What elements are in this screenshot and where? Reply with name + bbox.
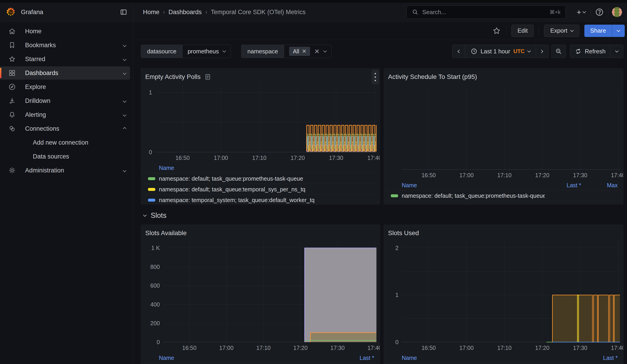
zoom-out-button[interactable] <box>551 45 566 58</box>
time-shift-back-button[interactable] <box>452 45 465 58</box>
edit-button[interactable]: Edit <box>511 25 534 37</box>
sidebar-item-connections[interactable]: Connections <box>0 122 130 135</box>
legend-sort-last-[interactable]: Last * <box>545 182 581 189</box>
chevron-down-icon <box>123 113 127 116</box>
series-name[interactable]: namespace: default; task_queue:prometheu… <box>402 193 545 199</box>
chevron-down-icon <box>570 28 574 32</box>
panel-description-icon[interactable] <box>204 73 211 80</box>
legend-sort-name[interactable]: Name <box>402 182 545 189</box>
chevron-up-icon <box>123 127 127 130</box>
sidebar-item-explore[interactable]: Explore <box>0 80 130 94</box>
namespace-select[interactable]: All ✕ ✕ <box>284 45 331 58</box>
svg-text:17:10: 17:10 <box>256 345 271 351</box>
datasource-label: datasource <box>141 45 183 58</box>
user-avatar[interactable] <box>612 7 622 17</box>
svg-text:17:00: 17:00 <box>219 345 234 351</box>
home-icon <box>8 27 16 35</box>
namespace-filter: namespace All ✕ ✕ <box>241 45 331 58</box>
legend-sort-max[interactable]: Max <box>581 182 618 189</box>
timeseries-chart[interactable]: 16:5017:0017:1017:2017:3017:4001 <box>141 82 380 163</box>
new-item-button[interactable]: + <box>575 8 587 17</box>
panel-title[interactable]: Empty Activity Polls <box>145 73 201 81</box>
row-header-slots[interactable]: Slots <box>144 209 166 222</box>
svg-text:0: 0 <box>157 339 160 345</box>
bookmark-icon <box>8 41 16 49</box>
timeseries-chart[interactable]: 16:5017:0017:1017:2017:3017:40 <box>384 82 623 180</box>
sidebar-item-label: Explore <box>25 84 130 91</box>
sidebar-item-dashboards[interactable]: Dashboards <box>0 66 130 80</box>
help-button[interactable] <box>594 7 604 17</box>
namespace-value-chip[interactable]: All ✕ <box>289 47 310 56</box>
legend-row: namespace: default; task_queue:prometheu… <box>141 363 380 364</box>
svg-text:17:30: 17:30 <box>330 345 345 351</box>
legend-sort-name[interactable]: Name <box>402 355 581 361</box>
panel-title[interactable]: Activity Schedule To Start (p95) <box>388 73 477 81</box>
mega-menu-toggle-icon[interactable] <box>119 7 129 17</box>
export-button[interactable]: Export <box>544 25 579 37</box>
sidebar-item-alerting[interactable]: Alerting <box>0 108 130 121</box>
panel-slots-available: Slots Available 16:5017:0017:1017:2017:3… <box>141 225 380 364</box>
refresh-button[interactable]: Refresh <box>570 45 610 58</box>
chart-legend: NameLast *Maxnamespace: default; task_qu… <box>384 180 623 201</box>
dashboard-toolbar: Edit Export Share <box>134 22 627 40</box>
refresh-button-group: Refresh <box>570 45 623 58</box>
chart-legend: NameLast *namespace: default; task_queue… <box>141 353 380 364</box>
bell-icon <box>8 111 16 119</box>
sidebar-item-home[interactable]: Home <box>0 25 130 38</box>
panel-title[interactable]: Slots Available <box>145 229 187 237</box>
legend-sort-name[interactable]: Name <box>159 165 374 171</box>
sidebar-item-label: Drilldown <box>25 97 123 104</box>
chart-legend: Namenamespace: default; task_queue:prome… <box>141 163 380 204</box>
sidebar-item-administration[interactable]: Administration <box>0 164 130 177</box>
grafana-logo-icon[interactable] <box>5 7 16 17</box>
topbar-brand-section: Grafana <box>0 3 133 21</box>
sidebar-item-label: Home <box>25 28 130 35</box>
brand-name: Grafana <box>21 9 119 16</box>
remove-value-icon[interactable]: ✕ <box>302 48 307 54</box>
window-chrome-strip <box>0 0 627 3</box>
time-controls: Last 1 hour UTC R <box>452 45 623 58</box>
sidebar-item-label: Dashboards <box>25 70 123 77</box>
series-color-swatch[interactable] <box>148 177 155 180</box>
star-dashboard-button[interactable] <box>492 26 501 35</box>
share-menu-button[interactable] <box>612 25 625 37</box>
series-name[interactable]: namespace: temporal_system; task_queue:d… <box>159 197 374 204</box>
svg-text:0: 0 <box>149 149 152 155</box>
panel-title[interactable]: Slots Used <box>388 229 419 237</box>
svg-text:17:00: 17:00 <box>459 345 474 351</box>
time-range-picker[interactable]: Last 1 hour UTC <box>465 45 536 58</box>
series-color-swatch[interactable] <box>148 199 155 202</box>
sidebar-item-bookmarks[interactable]: Bookmarks <box>0 39 130 52</box>
time-shift-forward-button[interactable] <box>536 45 548 58</box>
sidebar-item-add-new-connection[interactable]: Add new connection <box>0 136 130 149</box>
search-input[interactable]: Search... ⌘+k <box>407 5 566 19</box>
series-name[interactable]: namespace: default; task_queue:prometheu… <box>159 175 374 182</box>
legend-sort-name[interactable]: Name <box>159 355 338 361</box>
datasource-filter: datasource prometheus <box>141 45 231 58</box>
legend-sort-last-[interactable]: Last * <box>338 355 374 361</box>
star-icon <box>8 55 16 63</box>
chevron-down-icon <box>617 28 620 32</box>
breadcrumb-item-dashboards[interactable]: Dashboards <box>168 9 202 16</box>
clear-filter-icon[interactable]: ✕ <box>314 48 319 55</box>
refresh-interval-button[interactable] <box>610 45 623 58</box>
sidebar-item-data-sources[interactable]: Data sources <box>0 150 130 163</box>
svg-text:17:40: 17:40 <box>611 345 623 351</box>
dashboard-controls: datasource prometheus namespace All ✕ ✕ <box>134 40 627 68</box>
topbar-actions: + <box>575 7 622 17</box>
panel-empty-activity-polls: Empty Activity Polls 16:5017:0017:1017:2… <box>141 68 380 204</box>
timeseries-chart[interactable]: 16:5017:0017:1017:2017:3017:400200400600… <box>141 238 380 353</box>
datasource-select[interactable]: prometheus <box>183 45 230 58</box>
breadcrumb-separator: › <box>163 9 165 15</box>
grafana-app: Grafana Home›Dashboards›Temporal Core SD… <box>0 0 627 364</box>
legend-sort-last-[interactable]: Last * <box>581 355 618 361</box>
share-button[interactable]: Share <box>584 25 612 37</box>
sidebar-item-starred[interactable]: Starred <box>0 52 130 66</box>
breadcrumb-item-home[interactable]: Home <box>143 9 159 16</box>
share-button-group: Share <box>584 25 625 37</box>
sidebar-item-drilldown[interactable]: Drilldown <box>0 94 130 107</box>
series-color-swatch[interactable] <box>391 194 398 197</box>
series-color-swatch[interactable] <box>148 188 155 191</box>
series-name[interactable]: namespace: default; task_queue:temporal_… <box>159 186 374 193</box>
timeseries-chart[interactable]: 16:5017:0017:1017:2017:3017:40012 <box>384 238 623 353</box>
